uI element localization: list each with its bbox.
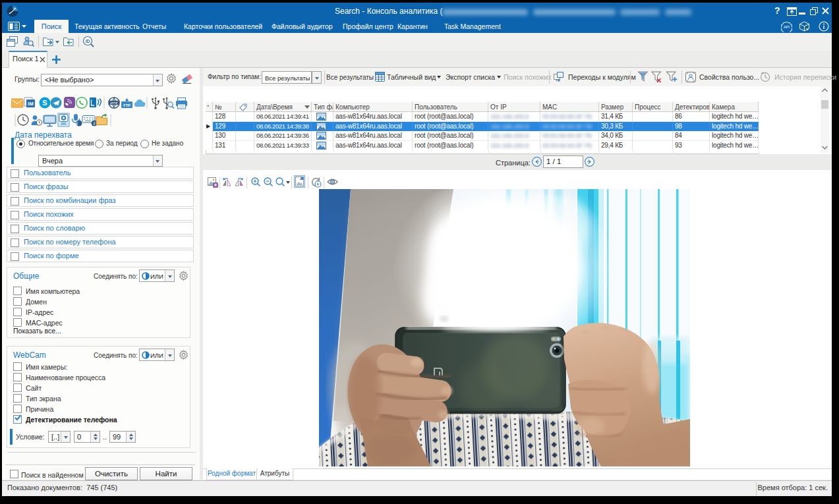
svg-text:ID: ID bbox=[86, 39, 90, 43]
svg-text:API: API bbox=[784, 25, 790, 29]
svg-text:HTTP: HTTP bbox=[111, 101, 118, 105]
svg-text:S: S bbox=[42, 99, 47, 107]
svg-text:IM: IM bbox=[28, 101, 33, 107]
svg-text:i: i bbox=[94, 121, 95, 126]
svg-text:FTP: FTP bbox=[123, 103, 130, 107]
svg-text:i: i bbox=[76, 121, 78, 126]
